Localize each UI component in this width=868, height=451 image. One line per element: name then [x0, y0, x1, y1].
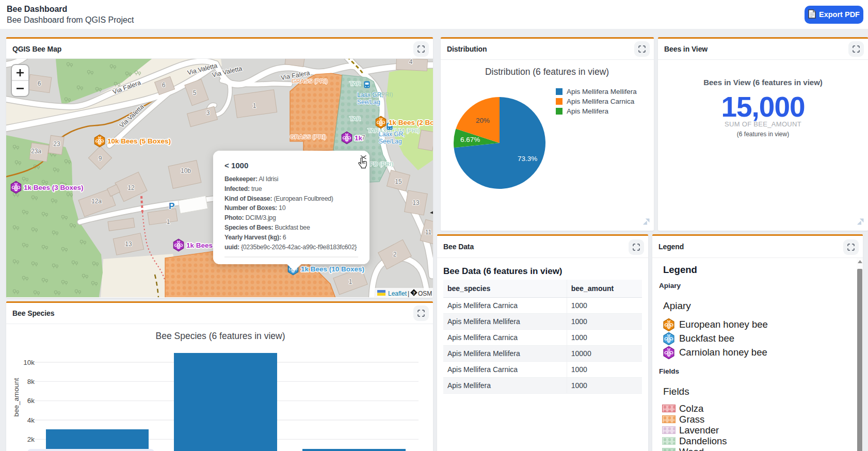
- svg-text:GRASS (PRI): GRASS (PRI): [290, 134, 326, 140]
- svg-text:Photo: DCIM/3.jpg: Photo: DCIM/3.jpg: [224, 214, 276, 221]
- svg-text:Leaflet: Leaflet: [388, 290, 407, 297]
- svg-text:1: 1: [349, 278, 352, 285]
- svg-text:Apis Mellifera Carnica: Apis Mellifera Carnica: [567, 98, 635, 105]
- svg-text:bee_amount: bee_amount: [12, 378, 20, 416]
- svg-text:Beekeeper: Al Idrisi: Beekeeper: Al Idrisi: [224, 175, 278, 183]
- svg-text:Laax GR,: Laax GR,: [379, 131, 405, 138]
- svg-text:5: 5: [193, 89, 197, 96]
- svg-text:12a: 12a: [91, 198, 102, 205]
- svg-text:Kind of Disease: (European Fou: Kind of Disease: (European Foulbreed): [224, 195, 333, 202]
- svg-text:11: 11: [425, 229, 432, 236]
- svg-text:13: 13: [412, 199, 420, 206]
- svg-text:13: 13: [125, 240, 132, 248]
- svg-text:Apis Mellifera Mellifera: Apis Mellifera Mellifera: [567, 88, 637, 95]
- svg-text:20%: 20%: [476, 117, 490, 124]
- svg-text:2k: 2k: [27, 436, 35, 443]
- svg-text:12: 12: [127, 184, 135, 191]
- svg-text:15: 15: [395, 178, 402, 185]
- svg-text:73.3%: 73.3%: [518, 155, 537, 163]
- svg-text:P: P: [169, 201, 174, 211]
- svg-text:4: 4: [409, 59, 413, 66]
- svg-text:1k Bees (2 Boxes): 1k Bees (2 Boxes): [389, 119, 433, 126]
- svg-text:23a: 23a: [31, 148, 41, 155]
- svg-text:See/Lag: See/Lag: [357, 99, 380, 106]
- svg-text:OSM: OSM: [418, 290, 432, 297]
- svg-text:1k: 1k: [355, 134, 363, 142]
- svg-text:1: 1: [167, 218, 170, 225]
- svg-text:1: 1: [253, 102, 256, 109]
- svg-text:6: 6: [162, 82, 166, 89]
- svg-text:|: |: [408, 290, 409, 297]
- svg-text:Distribution (6 features in vi: Distribution (6 features in view): [485, 67, 609, 77]
- svg-text:TAR: TAR: [349, 80, 361, 87]
- svg-text:8k: 8k: [27, 378, 35, 385]
- svg-text:2: 2: [393, 251, 397, 258]
- svg-text:FD (PRI): FD (PRI): [370, 161, 394, 167]
- svg-text:Infected: true: Infected: true: [224, 185, 262, 192]
- svg-text:?: ?: [412, 291, 415, 296]
- svg-text:10k: 10k: [23, 359, 35, 366]
- svg-text:3: 3: [206, 109, 210, 117]
- svg-text:1k Bees (10 Boxes): 1k Bees (10 Boxes): [301, 265, 364, 273]
- svg-text:Apis Mellifera: Apis Mellifera: [567, 107, 609, 115]
- svg-text:Yearly Harvest (kg): 6: Yearly Harvest (kg): 6: [224, 234, 286, 241]
- svg-text:LGUNG(PRI): LGUNG(PRI): [358, 91, 393, 98]
- svg-text:9: 9: [99, 155, 102, 162]
- svg-text:23: 23: [53, 140, 60, 148]
- svg-text:Number of Boxes: 10: Number of Boxes: 10: [224, 204, 286, 212]
- svg-text:See/Lag: See/Lag: [379, 138, 402, 145]
- svg-text:uuid: {0235be9c-2026-42ac-a99c: uuid: {0235be9c-2026-42ac-a99c-f9e8183fc…: [224, 244, 357, 251]
- svg-text:1k Bees (3 Boxes): 1k Bees (3 Boxes): [24, 184, 84, 191]
- svg-text:< 1000: < 1000: [224, 161, 248, 170]
- svg-text:10k Bees (5 Boxes): 10k Bees (5 Boxes): [107, 137, 171, 145]
- svg-text:4k: 4k: [27, 416, 35, 424]
- svg-text:TAR: TAR: [349, 116, 361, 122]
- svg-text:10b: 10b: [181, 167, 191, 174]
- svg-text:Bee Species (6 features in vie: Bee Species (6 features in view): [156, 331, 285, 341]
- svg-text:6.67%: 6.67%: [460, 136, 480, 143]
- svg-text:6: 6: [38, 80, 41, 87]
- svg-text:Species of Bees: Buckfast bee: Species of Bees: Buckfast bee: [224, 224, 310, 231]
- svg-text:6k: 6k: [27, 397, 35, 405]
- svg-text:GRASS (PRI): GRASS (PRI): [292, 78, 328, 84]
